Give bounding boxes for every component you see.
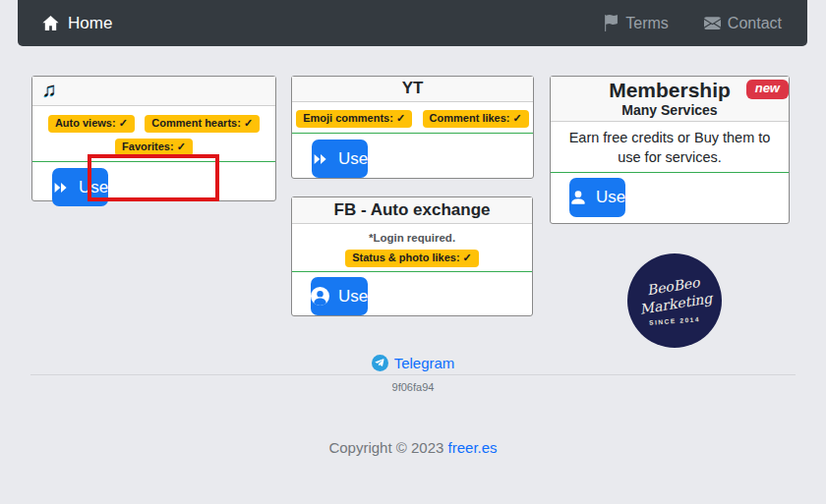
badge-emoji-comments: Emoji comments: ✓ [296,110,412,128]
yt-use-button[interactable]: Use [312,140,368,178]
flag-icon [602,15,619,31]
beobeo-logo: BeoBeo Marketing SINCE 2014 [627,253,722,348]
copyright-text: Copyright © 2023 [328,439,447,456]
card-fb-title: FB - Auto exchange [292,197,532,224]
fb-use-button[interactable]: Use [311,277,368,315]
nav-contact-link[interactable]: Contact [704,15,782,32]
nav-home-link[interactable]: Home [41,14,112,33]
telegram-link[interactable]: Telegram [394,355,455,371]
footer-divider [30,374,796,375]
green-divider [292,271,532,272]
telegram-icon [372,355,388,371]
card-yt: YT Emoji comments: ✓ Comment likes: ✓ Us… [291,76,534,179]
logo-since: SINCE 2014 [649,315,701,326]
annotation-highlight [88,154,219,201]
navbar: Home Terms Contact [18,0,807,46]
card-membership-subtitle: Many Services [551,102,789,119]
membership-description: Earn free credits or Buy them to use for… [551,129,789,167]
badge-comment-hearts: Comment hearts: ✓ [145,115,260,133]
card-membership: Membership Many Services new Earn free c… [550,76,790,224]
build-hash: 9f06fa94 [0,381,826,393]
telegram-row: Telegram [0,355,826,371]
card-fb-badges: Status & photo likes: ✓ [292,248,532,267]
home-icon [41,14,60,32]
envelope-icon [704,15,721,31]
green-divider [292,133,533,134]
fast-forward-icon [312,150,329,168]
use-button-label: Use [338,149,368,169]
use-button-label: Use [338,287,368,307]
green-divider [551,172,789,173]
navbar-links: Terms Contact [602,15,782,32]
card-yt-badges: Emoji comments: ✓ Comment likes: ✓ [292,102,533,128]
nav-terms-label: Terms [625,15,669,32]
nav-contact-label: Contact [728,15,782,32]
new-badge: new [746,80,789,99]
badge-comment-likes: Comment likes: ✓ [423,110,529,128]
card-membership-header: Membership Many Services new [551,77,789,122]
card-yt-title: YT [292,77,533,102]
nav-terms-link[interactable]: Terms [602,15,669,32]
copyright: Copyright © 2023 freer.es [0,439,826,456]
card-fb: FB - Auto exchange *Login required. Stat… [291,196,533,316]
fast-forward-icon [52,179,70,196]
person-icon [569,189,587,206]
badge-status-photo-likes: Status & photo likes: ✓ [345,250,479,267]
badge-auto-views: Auto views: ✓ [48,115,135,133]
site-link[interactable]: freer.es [448,439,498,456]
music-note-icon: ♫ [42,79,57,100]
nav-home-label: Home [68,14,112,33]
membership-use-button[interactable]: Use [569,178,625,217]
card-music-header: ♫ [32,77,275,106]
login-required-note: *Login required. [292,232,532,244]
person-circle-icon [311,287,329,306]
card-music-badges: Auto views: ✓ Comment hearts: ✓ Favorite… [32,106,275,156]
use-button-label: Use [596,188,625,207]
